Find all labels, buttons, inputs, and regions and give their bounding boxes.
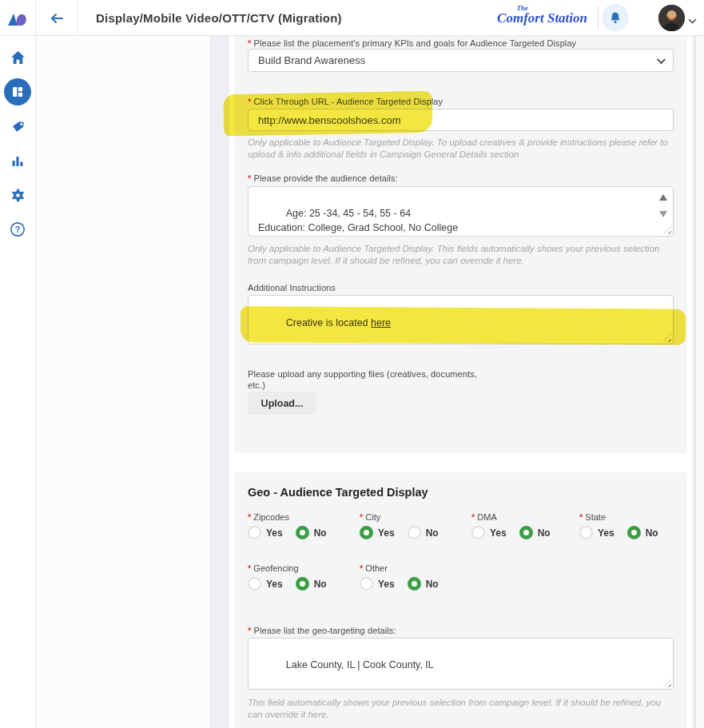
- radio-zipcodes-no[interactable]: [296, 526, 309, 539]
- header-bar: Display/Mobile Video/OTT/CTV (Migration)…: [0, 0, 704, 36]
- geo-details-value: Lake County, IL | Cook County, IL: [286, 659, 434, 670]
- radio-label-yes: Yes: [490, 527, 507, 539]
- geo-group-label: State: [579, 512, 701, 522]
- app-logo-icon: [7, 10, 28, 27]
- app-window: Display/Mobile Video/OTT/CTV (Migration)…: [0, 0, 704, 728]
- user-avatar[interactable]: [658, 5, 685, 31]
- additional-instructions-label: Additional Instructions: [248, 283, 336, 292]
- profile-menu-caret[interactable]: [688, 14, 697, 28]
- sidebar-item-reports[interactable]: [4, 147, 31, 174]
- sidebar-item-tags[interactable]: [4, 113, 31, 140]
- sidebar-item-dashboard[interactable]: [4, 78, 31, 105]
- sidebar-item-settings[interactable]: [4, 181, 31, 209]
- gear-icon: [10, 188, 26, 203]
- resize-grip-icon[interactable]: [663, 226, 671, 234]
- header-divider: [598, 6, 599, 30]
- geo-details-textarea[interactable]: Lake County, IL | Cook County, IL: [248, 638, 674, 690]
- scroll-up-icon[interactable]: [659, 194, 667, 201]
- secondary-panel: [36, 36, 211, 728]
- geo-group-geofencing: Geofencing Yes No: [248, 563, 360, 591]
- back-button[interactable]: [36, 0, 78, 36]
- kpi-label: Please list the placement's primary KPIs…: [248, 38, 576, 48]
- radio-geofencing-no[interactable]: [296, 577, 309, 591]
- geo-group-label: Zipcodes: [248, 512, 360, 522]
- geo-section-title: Geo - Audience Targeted Display: [248, 486, 428, 499]
- audience-textarea[interactable]: Age: 25 -34, 45 - 54, 55 - 64 Education:…: [248, 186, 674, 237]
- radio-label-yes: Yes: [266, 579, 283, 590]
- page-title: Display/Mobile Video/OTT/CTV (Migration): [96, 0, 342, 36]
- upload-label: Please upload any supporting files (crea…: [248, 369, 479, 391]
- radio-geofencing-yes[interactable]: [248, 577, 261, 591]
- notifications-bell-icon: [608, 10, 622, 26]
- audience-label: Please provide the audience details:: [248, 173, 398, 183]
- geo-details-label: Please list the geo-targeting details:: [248, 626, 396, 635]
- upload-button[interactable]: Upload...: [248, 392, 316, 415]
- section-geo: Geo - Audience Targeted Display Zipcodes…: [234, 472, 687, 728]
- radio-label-no: No: [646, 527, 658, 539]
- svg-text:?: ?: [15, 225, 21, 234]
- geo-details-helper: This field automatically shows your prev…: [248, 697, 674, 720]
- geo-group-city: City Yes No: [360, 512, 471, 539]
- radio-state-yes[interactable]: [579, 526, 593, 539]
- additional-instructions-textarea[interactable]: Creative is located here https://lee.bra…: [248, 295, 674, 344]
- radio-city-yes[interactable]: [360, 526, 373, 539]
- radio-dma-yes[interactable]: [471, 526, 485, 539]
- radio-label-no: No: [314, 527, 327, 539]
- dashboard-grid-icon: [10, 85, 25, 99]
- click-url-value: http://www.benscoolshoes.com: [258, 114, 400, 126]
- form-canvas: Please list the placement's primary KPIs…: [229, 36, 692, 728]
- workspace: Please list the placement's primary KPIs…: [211, 36, 704, 728]
- section-audience-targeted-display: Please list the placement's primary KPIs…: [234, 36, 687, 453]
- radio-other-yes[interactable]: [360, 577, 373, 591]
- creative-located-text: Creative is located: [286, 317, 371, 328]
- user-avatar-image: [658, 5, 685, 31]
- audience-helper: Only applicable to Audience Targeted Dis…: [248, 243, 674, 266]
- geo-group-label: Other: [360, 563, 471, 573]
- brand-logo: The Comfort Station: [483, 5, 587, 32]
- sidebar-item-home[interactable]: [4, 44, 31, 71]
- geo-group-label: Geofencing: [248, 563, 360, 573]
- sidebar-item-help[interactable]: ?: [4, 216, 31, 243]
- radio-city-no[interactable]: [408, 526, 421, 539]
- resize-grip-icon[interactable]: [663, 679, 671, 687]
- radio-label-no: No: [426, 579, 439, 590]
- radio-label-yes: Yes: [378, 579, 395, 590]
- kpi-select-value: Build Brand Awareness: [258, 54, 365, 66]
- bar-chart-icon: [10, 154, 25, 168]
- home-icon: [10, 50, 26, 65]
- geo-group-other: Other Yes No: [360, 563, 471, 591]
- geo-group-zipcodes: Zipcodes Yes No: [248, 512, 360, 539]
- tag-icon: [10, 119, 26, 134]
- app-logo[interactable]: [0, 0, 36, 36]
- question-circle-icon: ?: [10, 221, 26, 237]
- chevron-down-icon: [688, 18, 697, 25]
- radio-label-yes: Yes: [266, 527, 283, 539]
- radio-other-no[interactable]: [408, 577, 421, 591]
- right-edge-panel: [695, 36, 704, 728]
- radio-zipcodes-yes[interactable]: [248, 526, 261, 539]
- scroll-down-icon[interactable]: [659, 211, 667, 217]
- brand-name: Comfort Station: [483, 11, 587, 26]
- icon-sidebar: ?: [0, 36, 36, 728]
- radio-label-no: No: [538, 527, 551, 539]
- radio-label-no: No: [426, 527, 439, 539]
- kpi-select[interactable]: Build Brand Awareness: [248, 49, 674, 72]
- geo-group-label: DMA: [471, 512, 579, 522]
- click-url-helper: Only applicable to Audience Targeted Dis…: [248, 137, 674, 160]
- notifications-button[interactable]: [602, 4, 629, 31]
- geo-group-label: City: [360, 512, 471, 522]
- resize-grip-icon[interactable]: [663, 334, 671, 342]
- radio-dma-no[interactable]: [519, 526, 533, 539]
- click-url-label: Click Through URL - Audience Targeted Di…: [248, 97, 443, 106]
- back-arrow-icon: [49, 11, 64, 26]
- radio-label-yes: Yes: [378, 527, 395, 539]
- geo-group-dma: DMA Yes No: [471, 512, 579, 539]
- geo-group-state: State Yes No: [579, 512, 701, 539]
- click-url-input[interactable]: http://www.benscoolshoes.com: [248, 109, 674, 131]
- audience-value: Age: 25 -34, 45 - 54, 55 - 64 Education:…: [258, 208, 458, 237]
- radio-label-yes: Yes: [598, 527, 615, 539]
- creative-here-link[interactable]: here: [371, 317, 391, 328]
- radio-label-no: No: [314, 579, 327, 590]
- radio-state-no[interactable]: [627, 526, 641, 539]
- chevron-down-icon: [657, 54, 666, 63]
